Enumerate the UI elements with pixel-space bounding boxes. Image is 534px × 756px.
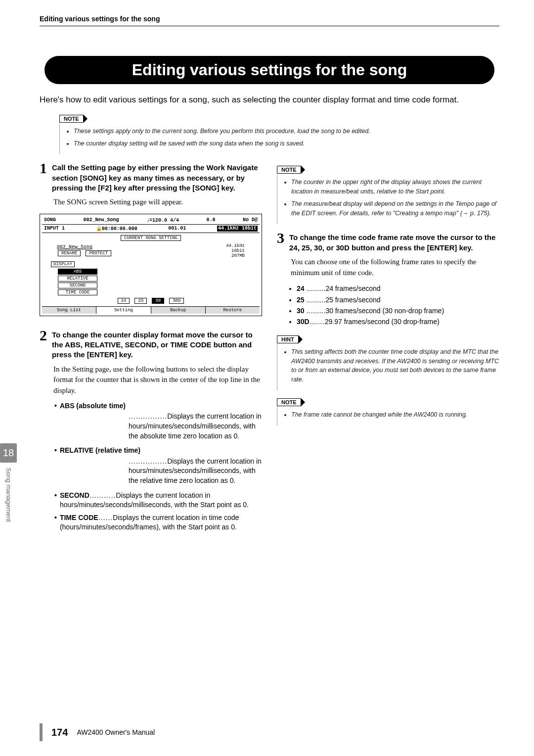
bottom-note: NOTE The frame rate cannot be changed wh… [277, 397, 499, 425]
fr-30d: 30D........29.97 frames/second (30 drop-… [297, 316, 499, 327]
tab-backup[interactable]: Backup [151, 307, 206, 314]
bullet: • [54, 513, 60, 532]
tab-setting[interactable]: Setting [96, 307, 151, 314]
display-group-label: DISPLAY [51, 261, 75, 267]
top-note: NOTE These settings apply only to the cu… [59, 114, 499, 154]
note-item: The frame rate cannot be changed while t… [291, 410, 499, 420]
second-button[interactable]: SECOND [58, 283, 97, 288]
note-item: The counter in the upper right of the di… [291, 178, 499, 196]
right-note-1: NOTE The counter in the upper right of t… [277, 165, 499, 224]
screen-size: 207MB [226, 253, 245, 258]
screen-input: INPUT 1 [44, 226, 65, 232]
abs-button[interactable]: ABS [58, 269, 97, 275]
dots: ........... [89, 491, 116, 499]
framerate-list: 24 ..........24 frames/second 25 .......… [297, 283, 499, 328]
page-footer: 174 AW2400 Owner's Manual [40, 723, 155, 741]
screen-tempo: ♩=120.0 4/4 [146, 217, 179, 223]
screen-time: 🔒00:00:00.000 [96, 226, 137, 232]
hint-content: This setting affects both the counter ti… [277, 344, 499, 390]
tc30d-button[interactable]: 30D [169, 298, 184, 304]
note-label: NOTE [277, 166, 301, 174]
dots: ................ [129, 412, 167, 420]
tab-songlist[interactable]: Song List [42, 307, 96, 314]
step-number: 2 [40, 328, 47, 360]
chapter-number: 18 [0, 443, 17, 463]
page-header: Editing various settings for the song [40, 15, 499, 26]
step-body: In the Setting page, use the following b… [53, 364, 262, 396]
note-label: NOTE [59, 115, 84, 123]
section-title: Editing various settings for the song [44, 56, 494, 84]
note-content: These settings apply only to the current… [59, 124, 499, 154]
step-title: Call the Setting page by either pressing… [52, 161, 262, 193]
fr-24: 24 ..........24 frames/second [297, 283, 499, 294]
chapter-label: Song management [5, 468, 12, 522]
relative-button[interactable]: RELATIVE [58, 276, 97, 282]
timecode-button[interactable]: TIME CODE [58, 289, 97, 295]
bullet: • [54, 446, 60, 456]
hint: HINT This setting affects both the count… [277, 334, 499, 390]
fr-30: 30 ..........30 frames/second (30 non-dr… [297, 305, 499, 316]
dots: ................ [129, 457, 167, 465]
step-title: To change the counter display format mov… [52, 328, 262, 360]
bullet: • [54, 491, 60, 510]
screen-bit: 16bit [226, 248, 245, 253]
right-column: NOTE The counter in the upper right of t… [277, 161, 499, 535]
step-number: 3 [277, 231, 284, 253]
step-number: 1 [40, 161, 47, 193]
note-item: These settings apply only to the current… [74, 127, 499, 136]
screen-song: 002_New_Song [83, 217, 119, 223]
screen-fmt: 44.1kHz 16bit [217, 226, 258, 232]
step-body: The SONG screen Setting page will appear… [53, 197, 262, 208]
fr-25: 25 ..........25 frames/second [297, 294, 499, 305]
dots: ...... [98, 514, 113, 521]
columns: 1 Call the Setting page by either pressi… [40, 161, 499, 535]
step-body: You can choose one of the following fram… [291, 257, 499, 279]
screen-val: 0.0 [206, 217, 215, 223]
hint-item: This setting affects both the counter ti… [291, 347, 499, 384]
note-label: NOTE [277, 398, 301, 406]
rename-button[interactable]: RENAME [58, 250, 81, 256]
timecode-term: TIME CODE [60, 514, 98, 521]
screen-no: No D@ [243, 217, 258, 223]
display-definitions: • ABS (absolute time) ................Di… [54, 401, 262, 532]
tc25-button[interactable]: 25 [134, 298, 147, 304]
protect-button[interactable]: PROTECT [86, 250, 111, 256]
note-item: The counter display setting will be save… [74, 139, 499, 148]
song-screen: SONG 002_New_Song ♩=120.0 4/4 0.0 No D@ … [40, 214, 262, 316]
intro-text: Here's how to edit various settings for … [40, 94, 499, 106]
manual-name: AW2400 Owner's Manual [77, 728, 155, 736]
screen-meas: 001.01 [168, 226, 186, 232]
left-column: 1 Call the Setting page by either pressi… [40, 161, 262, 535]
hint-label: HINT [277, 335, 299, 343]
tc30-button[interactable]: 30 [152, 298, 164, 304]
step-3: 3 To change the time code frame rate mov… [277, 231, 499, 253]
step-2: 2 To change the counter display format m… [40, 328, 262, 360]
relative-term: RELATIVE (relative time) [60, 446, 140, 456]
note-content: The counter in the upper right of the di… [277, 175, 499, 224]
note-item: The measure/beat display will depend on … [291, 199, 499, 218]
screen-rate: 44.1kHz [226, 243, 245, 248]
screen-section-label: CURRENT SONG SETTING [121, 235, 181, 241]
tc24-button[interactable]: 24 [118, 298, 130, 304]
page-number: 174 [51, 727, 68, 738]
footer-bar-icon [40, 723, 43, 741]
note-content: The frame rate cannot be changed while t… [277, 407, 499, 425]
screen-name: SONG [44, 217, 56, 223]
screen-songname: 002_New_Song [57, 244, 112, 250]
abs-term: ABS (absolute time) [60, 401, 126, 411]
bullet: • [54, 401, 60, 411]
step-1: 1 Call the Setting page by either pressi… [40, 161, 262, 193]
second-term: SECOND [60, 491, 89, 499]
page-root: Editing various settings for the song Ed… [0, 0, 534, 756]
side-tab: 18 Song management [0, 443, 17, 522]
tab-restore[interactable]: Restore [206, 307, 260, 314]
step-title: To change the time code frame rate move … [289, 231, 499, 253]
